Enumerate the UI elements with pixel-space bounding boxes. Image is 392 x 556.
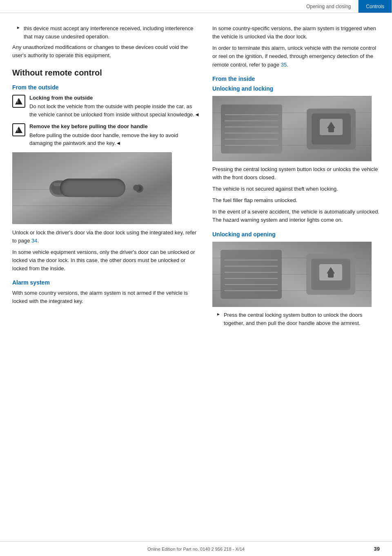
door-handle-image bbox=[12, 152, 172, 224]
bullet-icon-1: ► bbox=[16, 25, 20, 41]
svg-rect-7 bbox=[53, 183, 86, 186]
warning-box-1: Locking from the outside Do not lock the… bbox=[12, 94, 200, 119]
warning-box-2: Remove the key before pulling the door h… bbox=[12, 122, 200, 147]
svg-rect-12 bbox=[221, 105, 282, 153]
right-locking-body4: In the event of a severe accident, the v… bbox=[212, 208, 380, 224]
bullet-text-right-1: Press the central locking system button … bbox=[224, 311, 380, 327]
right-column: In some country-specific versions, the a… bbox=[212, 24, 380, 330]
svg-rect-23 bbox=[328, 127, 334, 132]
subsection-alarm-system: Alarm system bbox=[12, 279, 200, 286]
page-header: Opening and closing Controls bbox=[0, 0, 392, 13]
body-after-image: Unlock or lock the driver's door via the… bbox=[12, 229, 200, 245]
subsection-from-outside: From the outside bbox=[12, 84, 200, 91]
subsection-unlocking-locking: Unlocking and locking bbox=[212, 85, 380, 92]
tab-controls[interactable]: Controls bbox=[359, 0, 392, 13]
door-handle-svg bbox=[13, 153, 172, 224]
main-content: ► this device must accept any interferen… bbox=[0, 13, 392, 354]
left-column: ► this device must accept any interferen… bbox=[12, 24, 200, 330]
bullet-icon-right-1: ► bbox=[216, 312, 220, 327]
svg-rect-39 bbox=[328, 273, 334, 278]
page-link-34[interactable]: 34 bbox=[31, 238, 37, 244]
right-locking-body3: The fuel filler flap remains unlocked. bbox=[212, 196, 380, 205]
tab-opening-closing[interactable]: Opening and closing bbox=[299, 0, 359, 13]
svg-rect-0 bbox=[13, 153, 172, 224]
svg-rect-4 bbox=[51, 182, 121, 195]
header-nav: Opening and closing Controls bbox=[299, 0, 392, 13]
subsection-from-inside: From the inside bbox=[212, 76, 380, 82]
svg-point-6 bbox=[137, 186, 142, 191]
svg-point-5 bbox=[135, 185, 143, 193]
interior-image-2 bbox=[212, 242, 372, 307]
warning-triangle-2 bbox=[15, 127, 22, 133]
interior-svg-1 bbox=[213, 96, 372, 161]
footer-label: Online Edition for Part no. 0140 2 956 2… bbox=[147, 547, 245, 552]
interior-svg-2 bbox=[212, 242, 372, 307]
bullet-text-1: this device must accept any interference… bbox=[24, 24, 200, 41]
svg-rect-28 bbox=[220, 250, 282, 299]
section-title-without-remote: Without remote control bbox=[12, 68, 200, 78]
warning-icon-1 bbox=[12, 95, 25, 108]
bullet-item-right-1: ► Press the central locking system butto… bbox=[212, 311, 380, 327]
warning-icon-2 bbox=[12, 123, 25, 136]
page-footer: Online Edition for Part no. 0140 2 956 2… bbox=[0, 541, 392, 556]
right-alarm-body1: In some country-specific versions, the a… bbox=[212, 24, 380, 41]
bullet-item-1: ► this device must accept any interferen… bbox=[12, 24, 200, 41]
alarm-system-body: With some country versions, the alarm sy… bbox=[12, 289, 200, 305]
page-link-35[interactable]: 35 bbox=[281, 62, 287, 68]
interior-image-1 bbox=[212, 96, 372, 161]
right-alarm-body2: In order to terminate this alarm, unlock… bbox=[212, 44, 380, 69]
warning-triangle-1 bbox=[15, 98, 22, 105]
right-locking-body2: The vehicle is not secured against theft… bbox=[212, 185, 380, 193]
subsection-unlocking-opening: Unlocking and opening bbox=[212, 231, 380, 238]
warning-text-2: Remove the key before pulling the door h… bbox=[29, 122, 200, 147]
page-number: 39 bbox=[374, 546, 380, 552]
body-equipment-versions: In some vehicle equipment versions, only… bbox=[12, 248, 200, 273]
right-locking-body1: Pressing the central locking system butt… bbox=[212, 165, 380, 182]
warning-text-1: Locking from the outside Do not lock the… bbox=[29, 94, 200, 119]
body-paragraph-1: Any unauthorized modifications or change… bbox=[12, 43, 200, 60]
